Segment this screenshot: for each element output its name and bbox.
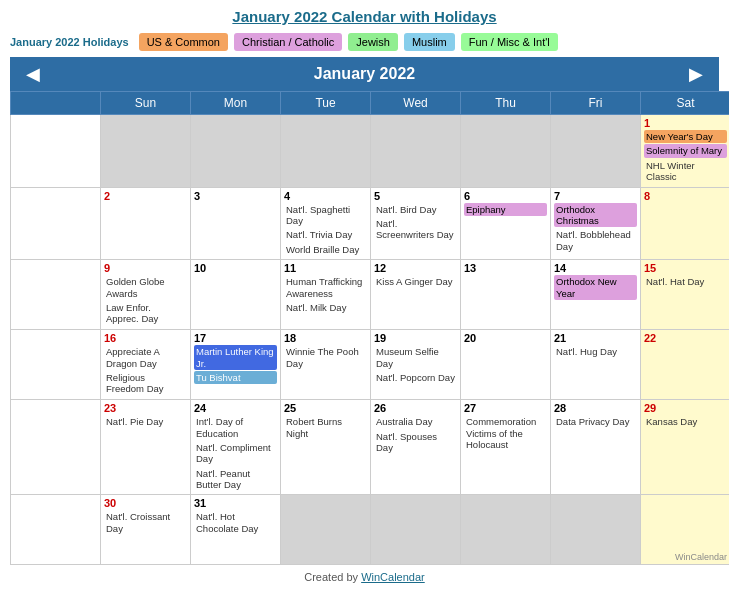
- badge-muslim[interactable]: Muslim: [404, 33, 455, 51]
- week-num: 3: [11, 260, 101, 330]
- event: Data Privacy Day: [554, 415, 637, 428]
- day-number: 6: [464, 190, 547, 202]
- calendar-cell-jan26: 26 Australia Day Nat'l. Spouses Day: [371, 400, 461, 495]
- col-mon: Mon: [191, 92, 281, 115]
- calendar-cell-empty: [551, 115, 641, 188]
- day-number: 24: [194, 402, 277, 414]
- event: Nat'l. Peanut Butter Day: [194, 467, 277, 492]
- event: Robert Burns Night: [284, 415, 367, 440]
- day-number: 21: [554, 332, 637, 344]
- table-row: 2 2 3 4 Nat'l. Spaghetti Day Nat'l. Triv…: [11, 187, 730, 260]
- day-number: 26: [374, 402, 457, 414]
- col-tue: Tue: [281, 92, 371, 115]
- event: Orthodox Christmas: [554, 203, 637, 228]
- calendar-cell-jan28: 28 Data Privacy Day: [551, 400, 641, 495]
- event: Tu Bishvat: [194, 371, 277, 384]
- calendar-cell-jan9: 9 Golden Globe Awards Law Enfor. Apprec.…: [101, 260, 191, 330]
- calendar-cell-empty: [101, 115, 191, 188]
- day-number: 20: [464, 332, 547, 344]
- prev-month-button[interactable]: ◀: [22, 63, 44, 85]
- badge-us-common[interactable]: US & Common: [139, 33, 228, 51]
- calendar-cell-jan3: 3: [191, 187, 281, 260]
- week-num: 2: [11, 187, 101, 260]
- calendar-cell-jan10: 10: [191, 260, 281, 330]
- event: Golden Globe Awards: [104, 275, 187, 300]
- table-row: 1 1 New Year's Day Solemnity of Mary NHL…: [11, 115, 730, 188]
- calendar-cell-jan30: 30 Nat'l. Croissant Day: [101, 495, 191, 565]
- table-row: 6 30 Nat'l. Croissant Day 31 Nat'l. Hot …: [11, 495, 730, 565]
- event: World Braille Day: [284, 243, 367, 256]
- event: Nat'l. Compliment Day: [194, 441, 277, 466]
- col-sun: Sun: [101, 92, 191, 115]
- calendar-cell-jan6: 6 Epiphany: [461, 187, 551, 260]
- col-wed: Wed: [371, 92, 461, 115]
- day-number: 16: [104, 332, 187, 344]
- day-number: 28: [554, 402, 637, 414]
- event: Religious Freedom Day: [104, 371, 187, 396]
- calendar-nav: ◀ January 2022 ▶: [10, 57, 719, 91]
- col-sat: Sat: [641, 92, 730, 115]
- table-row: 4 16 Appreciate A Dragon Day Religious F…: [11, 330, 730, 400]
- event: Museum Selfie Day: [374, 345, 457, 370]
- calendar-cell-jan18: 18 Winnie The Pooh Day: [281, 330, 371, 400]
- calendar-cell-jan25: 25 Robert Burns Night: [281, 400, 371, 495]
- day-number: 23: [104, 402, 187, 414]
- calendar-cell-jan29: 29 Kansas Day: [641, 400, 730, 495]
- calendar-cell-empty: [191, 115, 281, 188]
- event: Nat'l. Bird Day: [374, 203, 457, 216]
- day-number: 8: [644, 190, 727, 202]
- event: Nat'l. Milk Day: [284, 301, 367, 314]
- event: Nat'l. Hot Chocolate Day: [194, 510, 277, 535]
- next-month-button[interactable]: ▶: [685, 63, 707, 85]
- footer-label: WinCalendar: [675, 552, 727, 562]
- day-number: 14: [554, 262, 637, 274]
- day-number: 9: [104, 262, 187, 274]
- day-number: 29: [644, 402, 727, 414]
- calendar-cell-empty: [281, 115, 371, 188]
- day-number: 15: [644, 262, 727, 274]
- day-number: 3: [194, 190, 277, 202]
- calendar-month-year: January 2022: [314, 65, 415, 83]
- day-number: 17: [194, 332, 277, 344]
- day-number: 11: [284, 262, 367, 274]
- calendar-cell-jan2: 2: [101, 187, 191, 260]
- day-number: 19: [374, 332, 457, 344]
- event: Nat'l. Screenwriters Day: [374, 217, 457, 242]
- week-num: 4: [11, 330, 101, 400]
- week-num: 1: [11, 115, 101, 188]
- calendar-cell-jan23: 23 Nat'l. Pie Day: [101, 400, 191, 495]
- creator-link[interactable]: WinCalendar: [361, 571, 425, 583]
- calendar-cell-empty: [461, 495, 551, 565]
- day-number: 2: [104, 190, 187, 202]
- calendar-cell-empty: [281, 495, 371, 565]
- badge-fun[interactable]: Fun / Misc & Int'l: [461, 33, 558, 51]
- day-number: 1: [644, 117, 727, 129]
- event: Nat'l. Croissant Day: [104, 510, 187, 535]
- event: Nat'l. Bobblehead Day: [554, 228, 637, 253]
- calendar-cell-jan27: 27 Commemoration Victims of the Holocaus…: [461, 400, 551, 495]
- event: Winnie The Pooh Day: [284, 345, 367, 370]
- calendar-table: Sun Mon Tue Wed Thu Fri Sat 1 1: [10, 91, 729, 565]
- badge-jewish[interactable]: Jewish: [348, 33, 398, 51]
- event: Nat'l. Spouses Day: [374, 430, 457, 455]
- calendar-cell-jan13: 13: [461, 260, 551, 330]
- calendar-cell-empty: [371, 115, 461, 188]
- table-row: 5 23 Nat'l. Pie Day 24 Int'l. Day of Edu…: [11, 400, 730, 495]
- calendar-cell-jan20: 20: [461, 330, 551, 400]
- calendar-cell-jan19: 19 Museum Selfie Day Nat'l. Popcorn Day: [371, 330, 461, 400]
- event: Nat'l. Hat Day: [644, 275, 727, 288]
- calendar-cell-empty: [461, 115, 551, 188]
- badge-christian[interactable]: Christian / Catholic: [234, 33, 342, 51]
- calendar-cell-jan24: 24 Int'l. Day of Education Nat'l. Compli…: [191, 400, 281, 495]
- creator-label: Created by WinCalendar: [0, 571, 729, 587]
- table-row: 3 9 Golden Globe Awards Law Enfor. Appre…: [11, 260, 730, 330]
- event: Nat'l. Hug Day: [554, 345, 637, 358]
- event: Commemoration Victims of the Holocaust: [464, 415, 547, 451]
- day-number: 31: [194, 497, 277, 509]
- day-number: 5: [374, 190, 457, 202]
- calendar-cell-jan8: 8: [641, 187, 730, 260]
- day-number: 27: [464, 402, 547, 414]
- day-number: 22: [644, 332, 727, 344]
- calendar-cell-empty: WinCalendar: [641, 495, 730, 565]
- event: Martin Luther King Jr.: [194, 345, 277, 370]
